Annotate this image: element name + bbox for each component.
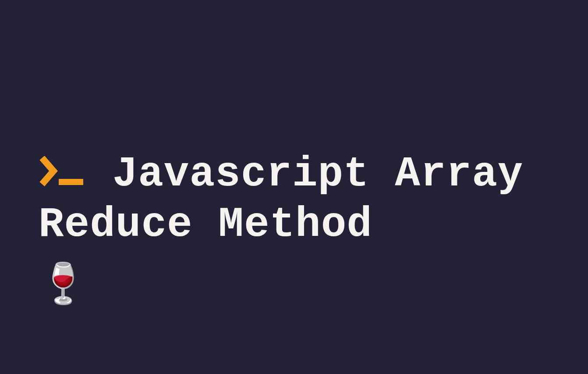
svg-rect-0 xyxy=(59,179,83,185)
slide-content: Javascript Array Reduce Method 🍷 xyxy=(39,149,556,306)
terminal-prompt-icon xyxy=(39,149,87,199)
slide-emoji: 🍷 xyxy=(39,267,556,306)
slide-heading: Javascript Array Reduce Method xyxy=(39,149,556,250)
slide-title-text: Javascript Array Reduce Method xyxy=(39,150,523,249)
